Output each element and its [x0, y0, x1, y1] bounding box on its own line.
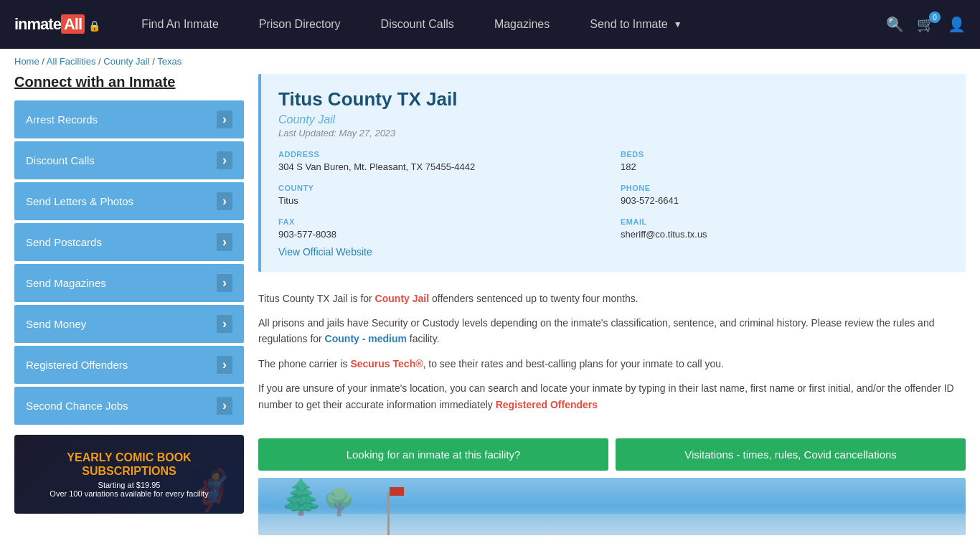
desc-para4: If you are unsure of your inmate's locat… — [258, 380, 966, 413]
county-value: Titus — [278, 194, 606, 207]
breadcrumb-all-facilities[interactable]: All Facilities — [47, 56, 96, 67]
breadcrumb-county-jail[interactable]: County Jail — [103, 56, 149, 67]
sidebar-item-send-money[interactable]: Send Money › — [14, 305, 244, 343]
arrow-icon: › — [217, 397, 232, 415]
email-block: EMAIL sheriff@co.titus.tx.us — [621, 217, 948, 241]
arrow-icon: › — [217, 151, 232, 169]
cart-button[interactable]: 🛒 0 — [917, 16, 935, 33]
official-website-container: View Official Website — [278, 246, 948, 258]
registered-offenders-link[interactable]: Registered Offenders — [496, 399, 598, 410]
address-label: ADDRESS — [278, 150, 606, 159]
find-inmate-button[interactable]: Looking for an inmate at this facility? — [258, 438, 608, 471]
phone-block: PHONE 903-572-6641 — [621, 184, 948, 207]
facility-card: Titus County TX Jail County Jail Last Up… — [258, 74, 966, 272]
breadcrumb-state[interactable]: Texas — [157, 56, 182, 67]
email-value: sheriff@co.titus.tx.us — [621, 228, 948, 241]
visitations-button[interactable]: Visitations - times, rules, Covid cancel… — [616, 438, 966, 471]
facility-details: ADDRESS 304 S Van Buren, Mt. Pleasant, T… — [278, 150, 948, 242]
main-layout: Connect with an Inmate Arrest Records › … — [0, 74, 980, 550]
nav-send-to-inmate[interactable]: Send to Inmate ▼ — [570, 0, 702, 49]
sidebar: Connect with an Inmate Arrest Records › … — [14, 74, 244, 535]
nav-discount-calls[interactable]: Discount Calls — [361, 0, 474, 49]
logo-text: inmateAll 🔒 — [14, 15, 100, 34]
beds-value: 182 — [621, 161, 948, 174]
flag-pole — [387, 492, 390, 535]
beds-block: BEDS 182 — [621, 150, 948, 174]
arrow-icon: › — [217, 110, 232, 128]
main-content: Titus County TX Jail County Jail Last Up… — [258, 74, 966, 535]
fax-value: 903-577-8038 — [278, 228, 606, 241]
send-dropdown-icon: ▼ — [674, 19, 682, 29]
county-block: COUNTY Titus — [278, 184, 606, 207]
phone-label: PHONE — [621, 184, 948, 192]
sidebar-item-send-postcards[interactable]: Send Postcards › — [14, 223, 244, 261]
description-section: Titus County TX Jail is for County Jail … — [258, 283, 966, 428]
breadcrumb: Home / All Facilities / County Jail / Te… — [0, 49, 980, 74]
sidebar-item-discount-calls[interactable]: Discount Calls › — [14, 141, 244, 179]
sidebar-menu: Arrest Records › Discount Calls › Send L… — [14, 100, 244, 425]
arrow-icon: › — [217, 315, 232, 333]
sidebar-item-send-magazines[interactable]: Send Magazines › — [14, 264, 244, 302]
sidebar-ad[interactable]: Yearly Comic BookSubscriptions Starting … — [14, 435, 244, 514]
address-value: 304 S Van Buren, Mt. Pleasant, TX 75455-… — [278, 161, 606, 174]
sidebar-item-send-letters[interactable]: Send Letters & Photos › — [14, 182, 244, 220]
county-medium-link[interactable]: County - medium — [325, 333, 407, 344]
arrow-icon: › — [217, 356, 232, 374]
arrow-icon: › — [217, 233, 232, 251]
fax-block: FAX 903-577-8038 — [278, 217, 606, 241]
desc-para1: Titus County TX Jail is for County Jail … — [258, 291, 966, 306]
facility-image: 🌲 🌳 — [258, 478, 966, 535]
county-label: COUNTY — [278, 184, 606, 192]
nav-icons: 🔍 🛒 0 👤 — [886, 16, 966, 33]
image-ground — [258, 514, 966, 535]
official-website-link[interactable]: View Official Website — [278, 246, 372, 258]
desc-para3: The phone carrier is Securus Tech®, to s… — [258, 356, 966, 372]
user-button[interactable]: 👤 — [948, 16, 966, 33]
facility-updated: Last Updated: May 27, 2023 — [278, 128, 948, 138]
desc-para2: All prisons and jails have Security or C… — [258, 315, 966, 347]
phone-value: 903-572-6641 — [621, 194, 948, 207]
nav-prison-directory[interactable]: Prison Directory — [239, 0, 361, 49]
site-logo[interactable]: inmateAll 🔒 — [14, 15, 100, 34]
nav-find-inmate[interactable]: Find An Inmate — [121, 0, 239, 49]
facility-type: County Jail — [278, 113, 948, 126]
nav-links: Find An Inmate Prison Directory Discount… — [121, 0, 886, 49]
fax-label: FAX — [278, 217, 606, 226]
sidebar-item-second-chance-jobs[interactable]: Second Chance Jobs › — [14, 387, 244, 425]
flag — [390, 487, 404, 496]
county-jail-link[interactable]: County Jail — [375, 293, 429, 304]
sidebar-item-registered-offenders[interactable]: Registered Offenders › — [14, 346, 244, 384]
sidebar-item-arrest-records[interactable]: Arrest Records › — [14, 100, 244, 138]
address-block: ADDRESS 304 S Van Buren, Mt. Pleasant, T… — [278, 150, 606, 174]
ad-title: Yearly Comic BookSubscriptions — [50, 451, 208, 478]
ad-subtitle: Starting at $19.95Over 100 variations av… — [50, 481, 208, 498]
action-buttons: Looking for an inmate at this facility? … — [258, 438, 966, 471]
search-button[interactable]: 🔍 — [886, 16, 904, 33]
securus-tech-link[interactable]: Securus Tech® — [350, 358, 423, 369]
cart-badge: 0 — [929, 11, 941, 23]
arrow-icon: › — [217, 274, 232, 292]
nav-magazines[interactable]: Magazines — [474, 0, 570, 49]
beds-label: BEDS — [621, 150, 948, 159]
facility-name: Titus County TX Jail — [278, 88, 948, 110]
arrow-icon: › — [217, 192, 232, 210]
tree-icon: 🌲 — [280, 478, 323, 517]
tree-icon-2: 🌳 — [323, 487, 355, 517]
navigation: inmateAll 🔒 Find An Inmate Prison Direct… — [0, 0, 980, 49]
breadcrumb-home[interactable]: Home — [14, 56, 39, 67]
email-label: EMAIL — [621, 217, 948, 226]
sidebar-title: Connect with an Inmate — [14, 74, 244, 90]
